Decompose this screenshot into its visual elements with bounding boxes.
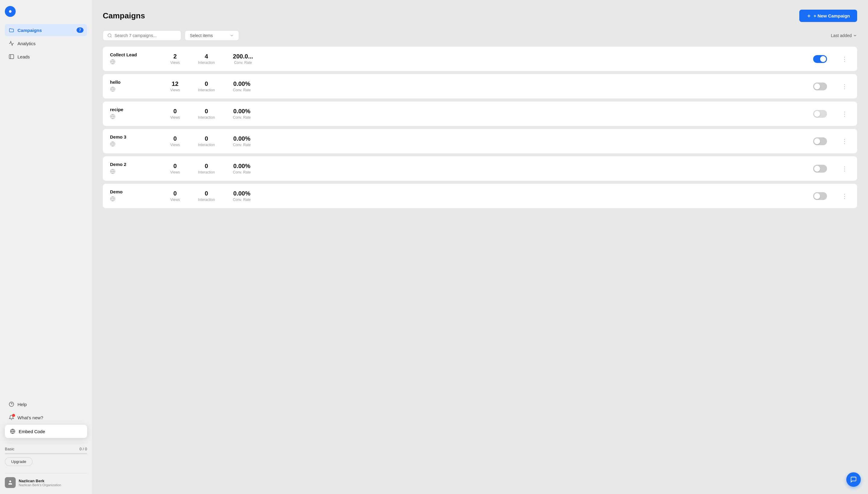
sidebar-item-help[interactable]: Help — [5, 398, 87, 410]
sidebar-item-label: Help — [17, 402, 27, 407]
views-value: 2 — [173, 53, 177, 60]
main-header: Campaigns + New Campaign — [103, 10, 857, 22]
sidebar-item-leads[interactable]: Leads — [5, 51, 87, 63]
sort-control[interactable]: Last added — [831, 33, 857, 38]
toolbar-left: Select items — [103, 31, 239, 41]
stat-conv-rate: 0.00% Conv. Rate — [233, 190, 251, 202]
stat-views: 0 Views — [170, 163, 180, 174]
campaign-info: Collect Lead — [110, 52, 164, 66]
campaign-name: Collect Lead — [110, 52, 164, 57]
stat-views: 0 Views — [170, 108, 180, 119]
campaign-card: recipe 0 Views 0 Interaction — [103, 101, 857, 126]
views-label: Views — [170, 115, 180, 119]
toolbar: Select items Last added — [103, 31, 857, 41]
user-section[interactable]: Nazlican Berk Nazlican Berk's Organizati… — [5, 473, 87, 488]
analytics-icon — [8, 40, 15, 46]
conv-rate-label: Conv. Rate — [233, 115, 251, 119]
campaign-info: recipe — [110, 107, 164, 120]
campaign-toggle[interactable] — [813, 137, 827, 145]
conv-rate-label: Conv. Rate — [234, 60, 252, 65]
conv-rate-value: 0.00% — [233, 80, 251, 87]
views-value: 0 — [173, 108, 177, 115]
interactions-value: 4 — [205, 53, 208, 60]
more-options-button[interactable]: ⋮ — [839, 164, 850, 173]
leads-icon — [8, 54, 15, 60]
campaign-info: Demo 2 — [110, 162, 164, 175]
plan-label: Basic — [5, 447, 15, 451]
app-logo[interactable] — [5, 6, 16, 17]
svg-point-7 — [10, 480, 11, 482]
chat-bubble[interactable] — [846, 472, 861, 487]
conv-rate-label: Conv. Rate — [233, 197, 251, 202]
campaign-toggle[interactable] — [813, 82, 827, 90]
search-icon — [107, 33, 112, 38]
more-options-button[interactable]: ⋮ — [839, 54, 850, 64]
search-box[interactable] — [103, 31, 181, 41]
interactions-value: 0 — [205, 135, 208, 142]
campaign-toggle[interactable] — [813, 110, 827, 118]
globe-icon — [110, 60, 115, 65]
search-input[interactable] — [114, 33, 177, 38]
stat-conv-rate: 0.00% Conv. Rate — [233, 135, 251, 147]
interactions-label: Interaction — [198, 143, 215, 147]
stat-conv-rate: 200.0... Conv. Rate — [233, 53, 253, 65]
views-value: 0 — [173, 135, 177, 142]
globe-icon — [110, 115, 115, 120]
campaign-stats: 0 Views 0 Interaction 0.00% Conv. Rate — [170, 108, 807, 119]
interactions-label: Interaction — [198, 60, 215, 65]
page-title: Campaigns — [103, 11, 145, 20]
more-options-button[interactable]: ⋮ — [839, 191, 850, 201]
campaign-name: recipe — [110, 107, 164, 112]
stat-views: 0 Views — [170, 135, 180, 147]
conv-rate-label: Conv. Rate — [233, 143, 251, 147]
svg-rect-1 — [10, 55, 14, 59]
select-items-label: Select items — [190, 33, 213, 38]
sidebar-nav: Campaigns 7 Analytics Leads — [5, 24, 87, 398]
new-campaign-button[interactable]: + New Campaign — [799, 10, 857, 22]
campaign-list: Collect Lead 2 Views 4 Interaction — [103, 47, 857, 208]
sidebar-item-label: Leads — [17, 54, 30, 59]
campaign-card: Collect Lead 2 Views 4 Interaction — [103, 47, 857, 71]
sidebar-item-campaigns[interactable]: Campaigns 7 — [5, 24, 87, 36]
stat-interactions: 0 Interaction — [198, 163, 215, 174]
globe-icon — [110, 142, 115, 148]
views-value: 0 — [173, 190, 177, 197]
bell-icon — [8, 415, 15, 420]
campaign-card: hello 12 Views 0 Interaction — [103, 74, 857, 98]
campaign-toggle[interactable] — [813, 165, 827, 173]
conv-rate-value: 0.00% — [233, 190, 251, 197]
more-options-button[interactable]: ⋮ — [839, 82, 850, 91]
user-name: Nazlican Berk — [19, 479, 61, 483]
campaign-card: Demo 2 0 Views 0 Interaction — [103, 156, 857, 181]
more-options-button[interactable]: ⋮ — [839, 109, 850, 119]
notification-dot — [12, 414, 15, 417]
campaign-name: Demo 2 — [110, 162, 164, 167]
embed-code-tooltip[interactable]: Embed Code — [5, 425, 87, 438]
chat-icon — [850, 476, 857, 483]
sidebar-item-whats-new[interactable]: What's new? — [5, 412, 87, 423]
interactions-value: 0 — [205, 190, 208, 197]
select-items-dropdown[interactable]: Select items — [185, 31, 239, 41]
upgrade-button[interactable]: Upgrade — [5, 457, 33, 466]
conv-rate-value: 0.00% — [233, 108, 251, 115]
stat-conv-rate: 0.00% Conv. Rate — [233, 163, 251, 174]
campaign-name: Demo — [110, 189, 164, 194]
embed-code-label: Embed Code — [19, 429, 45, 434]
more-options-button[interactable]: ⋮ — [839, 136, 850, 146]
sort-chevron-icon — [853, 34, 857, 38]
campaign-toggle[interactable] — [813, 55, 827, 63]
campaign-toggle[interactable] — [813, 192, 827, 200]
folder-icon — [8, 27, 15, 33]
stat-interactions: 4 Interaction — [198, 53, 215, 65]
new-campaign-label: + New Campaign — [814, 13, 850, 18]
stat-interactions: 0 Interaction — [198, 135, 215, 147]
conv-rate-value: 200.0... — [233, 53, 253, 60]
sidebar-item-analytics[interactable]: Analytics — [5, 37, 87, 50]
plan-header: Basic 0 / 0 — [5, 447, 87, 451]
sort-label-text: Last added — [831, 33, 852, 38]
interactions-value: 0 — [205, 80, 208, 87]
help-icon — [8, 401, 15, 407]
campaign-info: Demo — [110, 189, 164, 203]
globe-icon — [110, 197, 115, 203]
interactions-value: 0 — [205, 108, 208, 115]
